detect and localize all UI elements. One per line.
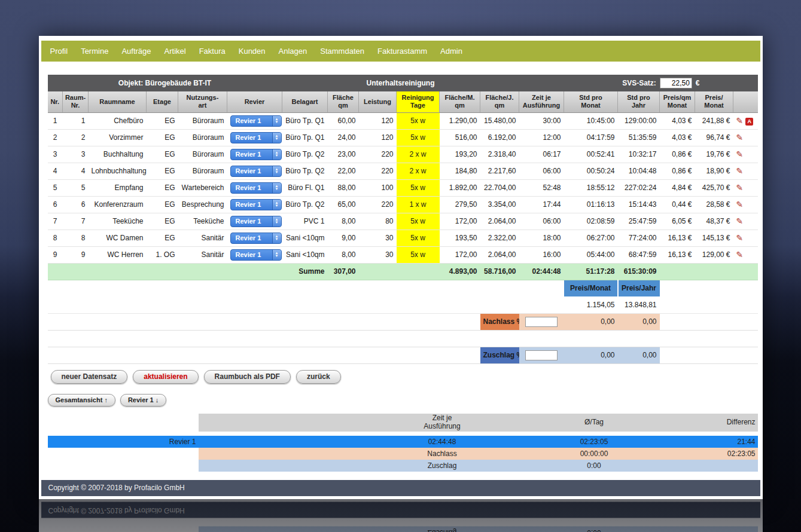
cell-reinigung-tage: 1 x w (397, 196, 440, 213)
cell-etage: EG (147, 112, 178, 129)
update-button[interactable]: aktualisieren (133, 370, 198, 384)
nav-item-auftrage[interactable]: Aufträge (115, 47, 157, 56)
preis-jahr-value: 13.848,81 (618, 296, 660, 313)
object-header-bar: Objekt: Bürogebäude BT-IT Unterhaltsrein… (48, 75, 758, 91)
nav-item-anlagen[interactable]: Anlagen (272, 47, 314, 56)
summary-flaeche-qm: 307,00 (328, 263, 359, 280)
cell-raum-nr: 6 (63, 196, 89, 213)
cell-raum-nr: 7 (63, 213, 89, 230)
cell-preis-qm-monat: 0,86 € (660, 163, 695, 179)
edit-icon[interactable]: ✎ (736, 116, 744, 126)
object-title: Objekt: Bürogebäude BT-IT (48, 79, 282, 87)
revier-row-diff: 21:44 (686, 436, 758, 448)
nav-item-artikel[interactable]: Artikel (158, 47, 193, 56)
nav-item-admin[interactable]: Admin (434, 47, 469, 56)
zuschlag-input[interactable] (525, 350, 558, 360)
revier-select[interactable]: Revier 1▲▼ (230, 166, 282, 177)
cell-nutzungsart: Büroraum (178, 112, 227, 129)
cell-zeit: 30:00 (519, 112, 564, 129)
cell-preis-monat: 96,74 € (695, 129, 733, 146)
cell-std-monat: 00:52:41 (564, 146, 618, 163)
new-record-button[interactable]: neuer Datensatz (51, 370, 128, 384)
nav-item-faktura[interactable]: Faktura (193, 47, 232, 56)
cell-leistung: 30 (359, 246, 397, 263)
cell-etage: EG (147, 213, 178, 230)
nachlass-row: Nachlass % 0,00 0,00 (48, 313, 758, 330)
nav-item-stammdaten[interactable]: Stammdaten (313, 47, 371, 56)
revier-select[interactable]: Revier 1▲▼ (230, 249, 282, 261)
nav-item-fakturastamm[interactable]: Fakturastamm (371, 47, 434, 56)
cell-revier: Revier 1▲▼ (227, 179, 282, 196)
cell-raum-nr: 1 (63, 112, 89, 129)
cell-reinigung-tage: 5x w (397, 246, 440, 263)
revier-table-row-revier[interactable]: Revier 102:44:4802:23:0521:44 (48, 436, 758, 448)
pdf-icon[interactable]: A (745, 118, 753, 126)
cell-reinigung-tage: 2 x w (397, 163, 440, 179)
nav-item-termine[interactable]: Termine (74, 47, 115, 56)
cell-raum-nr: 4 (63, 163, 89, 179)
cell-preis-monat: 145,13 € (695, 230, 733, 246)
svs-currency: € (696, 79, 700, 87)
roombook-pdf-button[interactable]: Raumbuch als PDF (204, 370, 291, 384)
cell-zeit: 06:00 (519, 163, 564, 179)
cell-icons: ✎ (733, 196, 758, 213)
cell-flaeche-jahr: 2.064,00 (480, 213, 519, 230)
spinner-icon: ▲▼ (272, 216, 281, 227)
cell-preis-qm-monat: 4,03 € (660, 129, 695, 146)
cell-nutzungsart: Wartebereich (178, 179, 227, 196)
cell-belagart: Büro Fl. Q1 (282, 179, 328, 196)
revier-select[interactable]: Revier 1▲▼ (230, 149, 282, 160)
back-button[interactable]: zurück (296, 370, 341, 384)
cell-zeit: 12:00 (519, 129, 564, 146)
revier-row-otag: 02:23:05 (502, 436, 686, 448)
edit-icon[interactable]: ✎ (736, 149, 744, 159)
revier-row-label: Revier 1 (48, 436, 199, 448)
spinner-icon: ▲▼ (272, 233, 281, 243)
edit-icon[interactable]: ✎ (736, 166, 744, 176)
column-header-5: Nutzungs- art (178, 91, 227, 112)
revier-select-value: Revier 1 (231, 216, 272, 227)
col-zeit-je-ausfuehrung: Zeit je Ausführung (382, 414, 502, 432)
preis-monat-header: Preis/Monat (564, 280, 618, 296)
cell-reinigung-tage: 5x w (397, 213, 440, 230)
app-window: ProfilTermineAufträgeArtikelFakturaKunde… (39, 36, 763, 499)
summary-row: Summe 307,00 4.893,00 58.716,00 02:44:48… (48, 263, 758, 280)
service-title: Unterhaltsreinigung (282, 79, 519, 87)
cell-icons: ✎ (733, 129, 758, 146)
revier-select[interactable]: Revier 1▲▼ (230, 216, 282, 227)
edit-icon[interactable]: ✎ (736, 233, 744, 243)
cell-zeit: 16:00 (519, 246, 564, 263)
revier1-button[interactable]: Revier 1 ↓ (120, 394, 166, 406)
nav-item-profil[interactable]: Profil (44, 47, 75, 56)
spinner-down-icon: ▼ (275, 188, 279, 191)
edit-icon[interactable]: ✎ (736, 200, 744, 209)
revier-select[interactable]: Revier 1▲▼ (230, 132, 282, 143)
cell-preis-monat: 48,37 € (695, 213, 733, 230)
edit-icon[interactable]: ✎ (736, 250, 744, 259)
nav-item-kunden[interactable]: Kunden (232, 47, 272, 56)
cell-etage: 1. OG (147, 246, 178, 263)
cell-flaeche-qm: 24,00 (328, 129, 359, 146)
edit-icon[interactable]: ✎ (736, 133, 744, 142)
nachlass-jahr-value: 0,00 (618, 313, 660, 330)
svs-area: SVS-Satz: € (519, 78, 758, 88)
revier-select[interactable]: Revier 1▲▼ (230, 199, 282, 210)
cell-nutzungsart: Sanitär (178, 246, 227, 263)
cell-nr: 2 (48, 129, 63, 146)
cell-std-monat: 01:16:13 (564, 196, 618, 213)
revier-select[interactable]: Revier 1▲▼ (230, 233, 282, 244)
svs-input[interactable] (660, 78, 692, 88)
cell-raumname: Vorzimmer (89, 129, 147, 146)
edit-icon[interactable]: ✎ (736, 183, 744, 192)
cell-icons: ✎ (733, 246, 758, 263)
revier-select[interactable]: Revier 1▲▼ (230, 182, 282, 194)
room-row: 55EmpfangEGWartebereichRevier 1▲▼Büro Fl… (48, 179, 758, 196)
cell-revier: Revier 1▲▼ (227, 196, 282, 213)
revier-row-spacer (199, 448, 382, 460)
nachlass-input[interactable] (525, 317, 558, 327)
revier-select[interactable]: Revier 1▲▼ (230, 115, 282, 127)
edit-icon[interactable]: ✎ (736, 216, 744, 226)
cell-revier: Revier 1▲▼ (227, 112, 282, 129)
gesamtansicht-button[interactable]: Gesamtansicht ↑ (48, 394, 115, 406)
cell-preis-monat: 129,00 € (695, 246, 733, 263)
